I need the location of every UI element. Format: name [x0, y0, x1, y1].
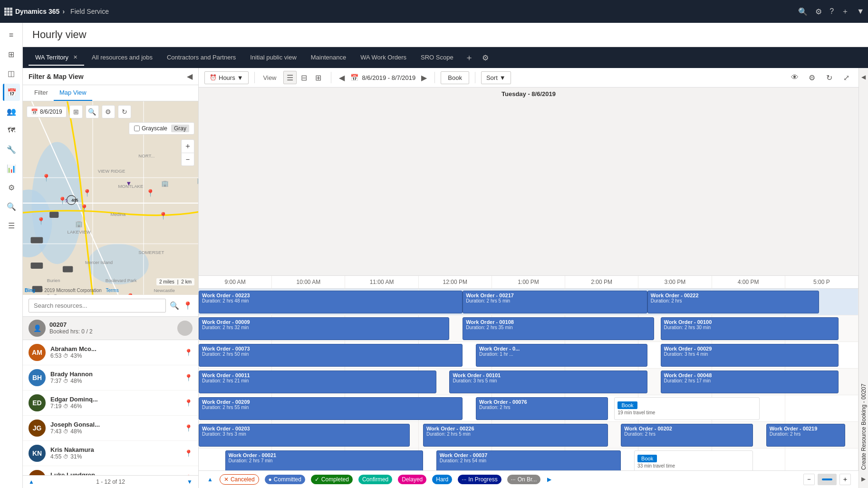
- work-order-block[interactable]: Work Order - 00011 Duration: 2 hrs 21 mi…: [199, 371, 436, 393]
- resource-item[interactable]: KN Kris Nakamura 4:55 ⏱ 31% 📍: [23, 441, 198, 466]
- filter-panel-collapse[interactable]: ◀: [187, 72, 193, 81]
- work-order-block[interactable]: Work Order - 00226 Duration: 2 hrs 5 min: [423, 424, 608, 447]
- tab-initial-public[interactable]: Initial public view: [243, 50, 303, 66]
- settings-icon[interactable]: ⚙: [815, 7, 822, 16]
- sidebar-schedule[interactable]: 📅: [3, 84, 20, 101]
- status-nav-up[interactable]: ▲: [206, 475, 214, 484]
- grid-body[interactable]: Work Order - 00223 Duration: 2 hrs 48 mi…: [199, 289, 858, 471]
- work-order-block[interactable]: Work Order - 00029 Duration: 3 hrs 4 min: [661, 344, 839, 367]
- map-date-picker[interactable]: 📅 8/6/2019: [27, 106, 67, 117]
- view-list-icon[interactable]: ☰: [283, 71, 297, 84]
- tab-add-button[interactable]: ＋: [461, 48, 477, 67]
- sidebar-home[interactable]: ≡: [3, 27, 20, 44]
- book-button[interactable]: Book: [441, 71, 469, 84]
- work-order-block[interactable]: Work Order - 00021 Duration: 2 hrs 7 min: [225, 450, 423, 471]
- view-columns-icon[interactable]: ⊟: [298, 71, 311, 84]
- resource-item[interactable]: AM Abraham Mco... 6:53 ⏱ 43% 📍: [23, 340, 198, 365]
- pagination-up[interactable]: ▲: [29, 478, 34, 485]
- work-order-block[interactable]: Work Order - 00048 Duration: 2 hrs 17 mi…: [661, 371, 839, 393]
- right-panel-collapse-right[interactable]: ▶: [859, 474, 868, 484]
- tab-wa-work-orders[interactable]: WA Work Orders: [354, 50, 413, 66]
- work-order-block[interactable]: Work Order - 00223 Duration: 2 hrs 48 mi…: [199, 291, 463, 313]
- calendar-icon[interactable]: 📅: [350, 74, 358, 81]
- right-panel-collapse-left[interactable]: ◀: [859, 72, 868, 82]
- work-order-block[interactable]: Work Order - 00076 Duration: 2 hrs: [476, 397, 608, 420]
- refresh-icon[interactable]: ↻: [822, 71, 836, 84]
- tab-sro-scope[interactable]: SRO Scope: [414, 50, 460, 66]
- status-nav-right-btn[interactable]: ▶: [546, 475, 552, 484]
- help-icon[interactable]: ?: [829, 7, 834, 16]
- filter-tab-filter[interactable]: Filter: [29, 85, 54, 101]
- pagination-down[interactable]: ▼: [187, 478, 193, 485]
- resource-list-scroll[interactable]: AM Abraham Mco... 6:53 ⏱ 43% 📍 BH Brady …: [23, 340, 198, 476]
- work-order-block[interactable]: Work Order - 00108 Duration: 2 hrs 35 mi…: [463, 317, 654, 340]
- hours-dropdown[interactable]: ⏰ Hours ▼: [204, 71, 249, 84]
- view-grid-icon[interactable]: ⊞: [312, 71, 325, 84]
- map-grid-icon[interactable]: ⊞: [69, 105, 83, 118]
- date-next-button[interactable]: ▶: [419, 71, 429, 84]
- tab-close-icon[interactable]: ✕: [73, 54, 77, 60]
- settings-icon2[interactable]: ⚙: [805, 71, 819, 84]
- sidebar-nav1[interactable]: ⊞: [3, 46, 20, 63]
- work-order-block[interactable]: Work Order - 00219 Duration: 2 hrs: [766, 424, 846, 447]
- work-order-block[interactable]: Work Order - 00037 Duration: 2 hrs 54 mi…: [436, 450, 621, 471]
- resource-item[interactable]: ED Edgar Dominq... 7:19 ⏱ 46% 📍: [23, 390, 198, 416]
- filter-tab-mapview[interactable]: Map View: [54, 85, 92, 101]
- app-logo[interactable]: Dynamics 365 ›: [4, 7, 65, 16]
- travel-time-block[interactable]: Book 33 min travel time: [634, 450, 753, 471]
- map-pin-toggle[interactable]: 📍: [183, 301, 193, 310]
- tab-contractors[interactable]: Contractors and Partners: [160, 50, 242, 66]
- zoom-in-button[interactable]: ＋: [181, 139, 194, 153]
- search-submit-icon[interactable]: 🔍: [170, 301, 179, 310]
- add-icon[interactable]: ＋: [841, 7, 849, 17]
- work-order-block[interactable]: Work Order - 00217 Duration: 2 hrs 5 min: [463, 291, 647, 313]
- travel-time-block[interactable]: Book 19 min travel time: [614, 397, 759, 420]
- travel-book-btn[interactable]: Book: [617, 401, 637, 409]
- sidebar-search2[interactable]: 🔍: [3, 198, 20, 215]
- sidebar-map[interactable]: 🗺: [3, 122, 20, 139]
- zoom-out-button[interactable]: －: [181, 153, 194, 166]
- sidebar-tools[interactable]: 🔧: [3, 141, 20, 158]
- sidebar-reports[interactable]: 📊: [3, 160, 20, 177]
- map-search-icon[interactable]: 🔍: [86, 105, 99, 118]
- work-order-block[interactable]: Work Order - 00101 Duration: 3 hrs 5 min: [449, 371, 647, 393]
- resource-utilization: 48%: [70, 378, 82, 384]
- tab-settings-icon[interactable]: ⚙: [478, 49, 492, 66]
- filter-icon[interactable]: ▼: [857, 7, 864, 16]
- work-order-block[interactable]: Work Order - 0... Duration: 1 hr ...: [476, 344, 647, 367]
- work-order-block[interactable]: Work Order - 00209 Duration: 2 hrs 55 mi…: [199, 397, 463, 420]
- sidebar-nav2[interactable]: ◫: [3, 65, 20, 82]
- sidebar-settings2[interactable]: ⚙: [3, 179, 20, 196]
- zoom-bar-status[interactable]: [818, 474, 837, 485]
- eye-icon[interactable]: 👁: [788, 71, 801, 84]
- terms-link[interactable]: Terms: [106, 288, 119, 293]
- work-order-block[interactable]: Work Order - 00203 Duration: 3 hrs 3 min: [199, 424, 410, 447]
- work-order-block[interactable]: Work Order - 00073 Duration: 2 hrs 50 mi…: [199, 344, 463, 367]
- grayscale-checkbox[interactable]: [134, 126, 140, 131]
- work-order-block[interactable]: Work Order - 00009 Duration: 2 hrs 32 mi…: [199, 317, 449, 340]
- resource-item[interactable]: LL Luke Lundgren 9:08 ⏱ 46% 📍: [23, 466, 198, 476]
- expand-icon[interactable]: ⤢: [839, 71, 853, 84]
- sidebar-resources[interactable]: 👥: [3, 103, 20, 120]
- travel-book-btn[interactable]: Book: [637, 455, 657, 462]
- tab-maintenance[interactable]: Maintenance: [304, 50, 353, 66]
- resource-item[interactable]: JG Joseph Gonsal... 7:43 ⏱ 48% 📍: [23, 416, 198, 441]
- resource-item[interactable]: BH Brady Hannon 7:37 ⏱ 48% 📍: [23, 365, 198, 390]
- work-order-block[interactable]: Work Order - 00222 Duration: 2 hrs: [647, 291, 819, 313]
- grayscale-toggle[interactable]: Grayscale Gray: [129, 122, 194, 135]
- map-settings-icon[interactable]: ⚙: [102, 105, 115, 118]
- zoom-out-status[interactable]: －: [803, 474, 815, 485]
- work-order-block[interactable]: Work Order - 00202 Duration: 2 hrs: [621, 424, 753, 447]
- right-panel-label[interactable]: Create Resource Booking - 00207: [859, 82, 868, 474]
- map-refresh-icon[interactable]: ↻: [118, 105, 131, 118]
- work-order-block[interactable]: Work Order - 00100 Duration: 2 hrs 30 mi…: [661, 317, 839, 340]
- sort-button[interactable]: Sort ▼: [481, 71, 511, 84]
- tab-all-resources[interactable]: All resources and jobs: [85, 50, 159, 66]
- search-icon[interactable]: 🔍: [798, 7, 808, 16]
- tab-wa-territory[interactable]: WA Territory ✕: [29, 50, 84, 66]
- zoom-in-status[interactable]: ＋: [839, 474, 851, 485]
- work-order-duration: Duration: 3 hrs 3 min: [202, 431, 406, 437]
- search-input[interactable]: [29, 299, 166, 312]
- sidebar-list[interactable]: ☰: [3, 217, 20, 234]
- date-prev-button[interactable]: ◀: [337, 71, 347, 84]
